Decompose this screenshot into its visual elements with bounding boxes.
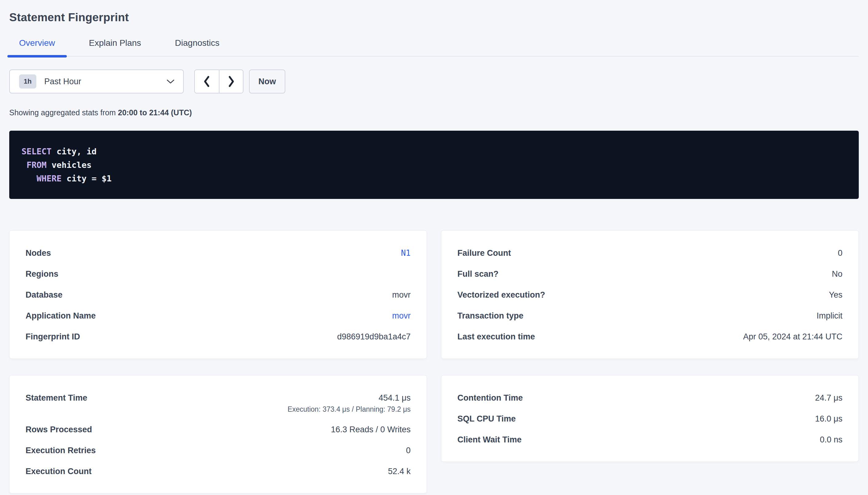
full-scan-label: Full scan? bbox=[457, 268, 498, 280]
execution-attributes-card: Failure Count 0 Full scan? No Vectorized… bbox=[441, 230, 859, 359]
vectorized-row: Vectorized execution? Yes bbox=[457, 289, 842, 301]
last-execution-time-value: Apr 05, 2024 at 21:44 UTC bbox=[743, 331, 842, 342]
failure-count-label: Failure Count bbox=[457, 247, 511, 259]
rows-processed-label: Rows Processed bbox=[26, 424, 92, 436]
statement-time-value: 454.1 μs bbox=[379, 392, 411, 404]
regions-label: Regions bbox=[26, 268, 59, 280]
statement-time-detail: Execution: 373.4 μs / Planning: 79.2 μs bbox=[288, 404, 411, 414]
interval-pager bbox=[194, 69, 244, 93]
interval-label: Past Hour bbox=[44, 77, 166, 86]
contention-time-value: 24.7 μs bbox=[815, 392, 842, 404]
time-interval-dropdown[interactable]: 1h Past Hour bbox=[9, 69, 184, 93]
now-button[interactable]: Now bbox=[249, 69, 285, 93]
application-name-row: Application Name movr bbox=[26, 310, 411, 322]
nodes-label: Nodes bbox=[26, 247, 51, 259]
nodes-row: Nodes N1 bbox=[26, 247, 411, 259]
full-scan-row: Full scan? No bbox=[457, 268, 842, 280]
page-title: Statement Fingerprint bbox=[9, 11, 859, 24]
failure-count-row: Failure Count 0 bbox=[457, 247, 842, 259]
contention-time-row: Contention Time 24.7 μs bbox=[457, 392, 842, 404]
failure-count-value: 0 bbox=[838, 247, 842, 259]
interval-badge: 1h bbox=[19, 74, 36, 88]
aggregated-stats-caption: Showing aggregated stats from 20:00 to 2… bbox=[9, 108, 859, 117]
sql-line: WHERE city = $1 bbox=[21, 172, 847, 185]
sql-cpu-time-value: 16.0 μs bbox=[815, 413, 842, 425]
application-name-label: Application Name bbox=[26, 310, 96, 322]
regions-row: Regions bbox=[26, 268, 411, 280]
contention-time-label: Contention Time bbox=[457, 392, 523, 404]
chevron-left-icon bbox=[203, 75, 211, 88]
caption-range: 20:00 to 21:44 (UTC) bbox=[118, 108, 192, 117]
transaction-type-label: Transaction type bbox=[457, 310, 524, 322]
sql-cpu-time-label: SQL CPU Time bbox=[457, 413, 516, 425]
statement-time-label: Statement Time bbox=[26, 392, 87, 404]
sql-keyword: WHERE bbox=[37, 174, 62, 183]
next-interval-button[interactable] bbox=[219, 70, 243, 93]
sql-cpu-time-row: SQL CPU Time 16.0 μs bbox=[457, 413, 842, 425]
statement-stats-card: Statement Time 454.1 μs Execution: 373.4… bbox=[9, 375, 427, 493]
sql-line: SELECT city, id bbox=[21, 145, 847, 158]
client-wait-time-label: Client Wait Time bbox=[457, 434, 522, 445]
client-wait-time-row: Client Wait Time 0.0 ns bbox=[457, 434, 842, 445]
sql-line: FROM vehicles bbox=[21, 158, 847, 172]
tab-overview[interactable]: Overview bbox=[7, 38, 67, 56]
prev-interval-button[interactable] bbox=[195, 70, 219, 93]
execution-count-value: 52.4 k bbox=[388, 465, 411, 477]
execution-retries-row: Execution Retries 0 bbox=[26, 445, 411, 456]
execution-count-row: Execution Count 52.4 k bbox=[26, 465, 411, 477]
execution-count-label: Execution Count bbox=[26, 465, 92, 477]
statement-details-card: Nodes N1 Regions Database movr Applicati… bbox=[9, 230, 427, 359]
time-controls: 1h Past Hour Now bbox=[9, 69, 859, 93]
tab-diagnostics[interactable]: Diagnostics bbox=[163, 38, 231, 56]
execution-retries-value: 0 bbox=[406, 445, 411, 456]
vectorized-value: Yes bbox=[829, 289, 842, 301]
vectorized-label: Vectorized execution? bbox=[457, 289, 545, 301]
chevron-right-icon bbox=[227, 75, 235, 88]
last-execution-time-row: Last execution time Apr 05, 2024 at 21:4… bbox=[457, 331, 842, 342]
rows-processed-value: 16.3 Reads / 0 Writes bbox=[331, 424, 411, 436]
execution-retries-label: Execution Retries bbox=[26, 445, 96, 456]
application-name-link[interactable]: movr bbox=[392, 310, 411, 322]
fingerprint-id-label: Fingerprint ID bbox=[26, 331, 80, 342]
database-row: Database movr bbox=[26, 289, 411, 301]
caption-prefix: Showing aggregated stats from bbox=[9, 108, 118, 117]
transaction-type-value: Implicit bbox=[817, 310, 842, 322]
tab-bar: Overview Explain Plans Diagnostics bbox=[9, 38, 859, 56]
database-label: Database bbox=[26, 289, 63, 301]
tab-explain-plans[interactable]: Explain Plans bbox=[77, 38, 153, 56]
sql-statement-box: SELECT city, id FROM vehicles WHERE city… bbox=[9, 131, 859, 199]
database-value: movr bbox=[392, 289, 411, 301]
time-stats-card: Contention Time 24.7 μs SQL CPU Time 16.… bbox=[441, 375, 859, 462]
client-wait-time-value: 0.0 ns bbox=[820, 434, 842, 445]
last-execution-time-label: Last execution time bbox=[457, 331, 535, 342]
chevron-down-icon bbox=[166, 79, 175, 84]
rows-processed-row: Rows Processed 16.3 Reads / 0 Writes bbox=[26, 424, 411, 436]
fingerprint-id-row: Fingerprint ID d986919d9ba1a4c7 bbox=[26, 331, 411, 342]
fingerprint-id-value: d986919d9ba1a4c7 bbox=[337, 331, 411, 342]
node-link[interactable]: N1 bbox=[401, 247, 411, 259]
sql-keyword: FROM bbox=[27, 160, 47, 170]
sql-keyword: SELECT bbox=[21, 147, 52, 156]
statement-time-row: Statement Time 454.1 μs Execution: 373.4… bbox=[26, 392, 411, 414]
full-scan-value: No bbox=[832, 268, 842, 280]
transaction-type-row: Transaction type Implicit bbox=[457, 310, 842, 322]
